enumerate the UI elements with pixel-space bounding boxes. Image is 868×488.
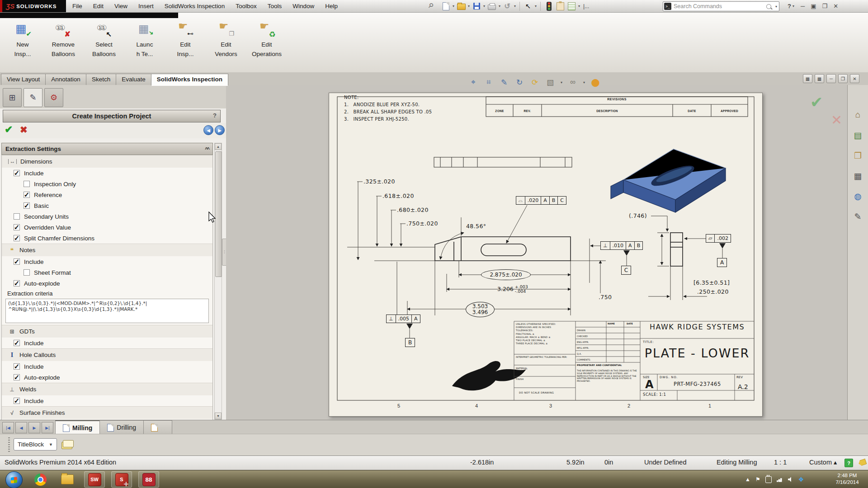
group-welds[interactable]: ⊥Welds (2, 383, 212, 395)
group-hole-callouts[interactable]: IHole Callouts (2, 348, 212, 361)
hide-show-items-icon[interactable]: ∞ (567, 77, 578, 88)
appearance-icon[interactable]: ⬤ (590, 77, 601, 88)
options-caret[interactable]: ▾ (578, 4, 580, 8)
view-settings-icon[interactable]: ✎ (499, 77, 509, 88)
display-style-icon[interactable]: ▧ (545, 77, 556, 88)
menu-toolbox[interactable]: Toolbox (230, 3, 262, 9)
edit-vendors-button[interactable]: EditVendors (207, 20, 245, 60)
taskbar-clock[interactable]: 2:48 PM 7/16/2014 (830, 472, 864, 486)
select-caret[interactable]: ▾ (535, 4, 537, 8)
open-caret[interactable]: ▾ (468, 4, 470, 8)
select-balloons-button[interactable]: SelectBalloons (85, 20, 123, 60)
restore-button[interactable]: ▣ (811, 3, 816, 9)
collapse-chevron-icon[interactable]: ^^ (205, 146, 209, 152)
tab-sketch[interactable]: Sketch (86, 74, 116, 85)
next-sheet-button[interactable]: ▶ (28, 422, 40, 433)
custom-properties-icon[interactable]: ✎ (851, 210, 865, 223)
taskbar-solidworks-inspection[interactable]: S (111, 471, 132, 488)
design-library-icon[interactable]: ▤ (851, 129, 865, 141)
menu-tools[interactable]: Tools (262, 3, 288, 9)
rotate-view-icon[interactable]: ↻ (514, 77, 525, 88)
scroll-down-button[interactable]: ▼ (215, 413, 222, 419)
new-inspection-button[interactable]: NewInsp... (4, 20, 42, 60)
menu-file[interactable]: File (67, 3, 88, 9)
checkbox-include[interactable]: ✓ (14, 340, 20, 346)
pin-menu-icon[interactable]: ⚲ (427, 1, 435, 10)
tab-view-layout[interactable]: View Layout (1, 74, 46, 85)
doc-restore-button[interactable]: ❐ (838, 74, 848, 83)
panel-scrollbar[interactable]: ▲ ▼ (214, 143, 222, 420)
interference-check-button[interactable] (544, 1, 554, 11)
taskbar-solidworks[interactable]: SW (84, 471, 105, 488)
checkbox-include[interactable]: ✓ (14, 170, 20, 176)
tab-annotation[interactable]: Annotation (45, 74, 86, 85)
confirm-corner-cancel-icon[interactable]: ✕ (831, 112, 842, 128)
close-button[interactable]: ✕ (833, 3, 838, 9)
save-button[interactable] (472, 1, 481, 11)
extraction-criteria-input[interactable]: (\d{1,3}\.\s{0,3}.*)|<MOD-DIAM>.*|^R\s{0… (5, 299, 209, 323)
pm-tab-inspection-project[interactable]: ✎ (24, 88, 42, 107)
start-button[interactable] (5, 471, 23, 488)
edit-operations-button[interactable]: EditOperations (248, 20, 286, 60)
pm-tab-measurement[interactable]: ⚙ (44, 88, 63, 107)
taskbar-file-explorer[interactable] (57, 471, 78, 488)
zoom-fit-icon[interactable]: ⌖ (468, 77, 479, 88)
previous-page-button[interactable]: ◀ (203, 125, 213, 135)
search-caret[interactable]: ▾ (775, 5, 777, 9)
edit-inspection-button[interactable]: EditInsp... (166, 20, 204, 60)
properties-button[interactable] (555, 1, 565, 11)
search-input[interactable]: Search Commands (674, 3, 766, 9)
toolbar-overflow[interactable]: |... (583, 3, 589, 9)
first-sheet-button[interactable]: |◀ (2, 422, 14, 433)
option-include[interactable]: ✓Include (2, 256, 212, 267)
option-split-chamfer-dimensions[interactable]: ✓Split Chamfer Dimensions (2, 233, 212, 244)
checkbox-auto-explode[interactable]: ✓ (14, 280, 20, 286)
options-list-button[interactable] (566, 1, 576, 11)
group-gdts[interactable]: ⊞GDTs (2, 325, 212, 338)
drawing-sheet[interactable]: NOTE:1. ANODIZE BLUE PER XYZ-50.2. BREAK… (329, 93, 763, 417)
layer-properties-icon[interactable] (61, 439, 73, 449)
cascade-windows-button[interactable]: ❐ (822, 3, 827, 9)
search-scope-icon[interactable]: >_ (664, 3, 671, 10)
toolbar-grip[interactable] (8, 437, 10, 453)
group-notes[interactable]: ❝Notes (2, 244, 212, 256)
checkbox-include[interactable]: ✓ (14, 363, 20, 370)
option-auto-explode[interactable]: ✓Auto-explode (2, 278, 212, 289)
pan-icon[interactable]: ⟳ (529, 77, 540, 88)
checkbox-split-chamfer-dimensions[interactable]: ✓ (14, 235, 20, 241)
group-surface-finishes[interactable]: √Surface Finishes (2, 406, 212, 419)
sheet-tab-drilling[interactable]: Drilling (99, 420, 144, 435)
dropbox-icon[interactable]: ❖ (798, 476, 804, 483)
taskbar-chrome[interactable] (30, 471, 51, 488)
doc-close-button[interactable]: ✕ (850, 74, 859, 83)
print-caret[interactable]: ▾ (499, 4, 500, 8)
ok-button[interactable]: ✔ (5, 124, 13, 136)
sheet-tab-milling[interactable]: Milling (55, 420, 100, 435)
checkbox-reference[interactable]: ✓ (24, 192, 30, 198)
panel-help-button[interactable]: ? (213, 112, 217, 119)
menu-edit[interactable]: Edit (88, 3, 109, 9)
checkbox-sheet-format[interactable] (24, 269, 30, 276)
option-include[interactable]: ✓Include (2, 361, 212, 372)
option-reference[interactable]: ✓Reference (2, 189, 212, 200)
doc-minimize-button[interactable]: ─ (826, 74, 836, 83)
launch-template-button[interactable]: Launch Te... (126, 20, 164, 60)
search-commands-box[interactable]: >_ Search Commands ▾ (663, 1, 779, 11)
checkbox-include[interactable]: ✓ (14, 258, 20, 265)
tray-expand-icon[interactable]: ▲ (745, 476, 750, 483)
tab-solidworks-inspection[interactable]: SolidWorks Inspection (151, 74, 228, 86)
menu-window[interactable]: Window (287, 3, 320, 9)
open-button[interactable] (456, 1, 466, 11)
help-button[interactable]: ?▾ (788, 3, 795, 9)
checkbox-overridden-value[interactable]: ✓ (14, 224, 20, 230)
file-explorer-icon[interactable]: ❐ (851, 149, 865, 162)
display-style-caret[interactable]: ▾ (561, 80, 562, 84)
checkbox-secondary-units[interactable] (14, 213, 20, 220)
print-button[interactable] (487, 1, 497, 11)
previous-sheet-button[interactable]: ◀ (15, 422, 27, 433)
select-button[interactable]: ↖ (523, 1, 533, 11)
menu-help[interactable]: Help (320, 3, 343, 9)
add-sheet-tab[interactable] (143, 420, 172, 435)
undo-button[interactable]: ↺ (502, 1, 512, 11)
remove-balloons-button[interactable]: RemoveBalloons (44, 20, 82, 60)
